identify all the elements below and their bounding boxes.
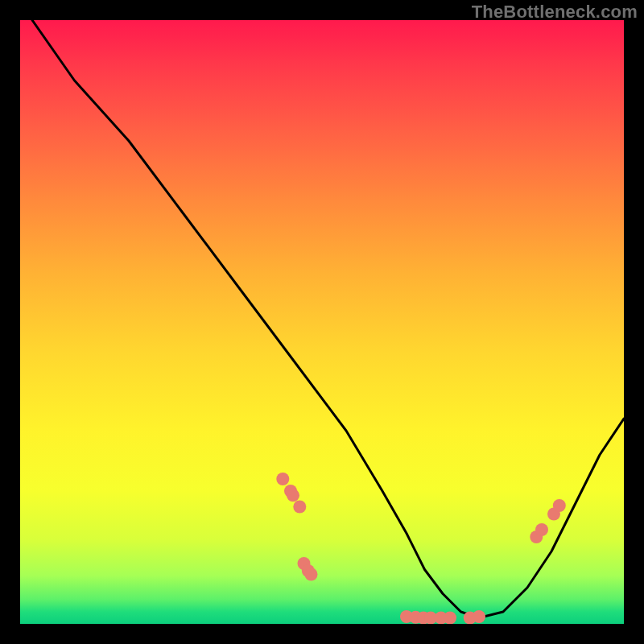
chart-plot-area [20,20,624,624]
data-marker [293,501,306,514]
data-marker [305,568,318,581]
data-marker [473,610,485,623]
data-marker [444,612,456,625]
chart-svg [20,20,624,624]
curve-markers [276,473,566,624]
data-marker [287,489,299,502]
data-marker [535,523,548,536]
data-marker [276,473,289,485]
data-marker [553,499,566,512]
curve-line [20,20,624,618]
chart-stage: TheBottleneck.com [0,0,644,644]
